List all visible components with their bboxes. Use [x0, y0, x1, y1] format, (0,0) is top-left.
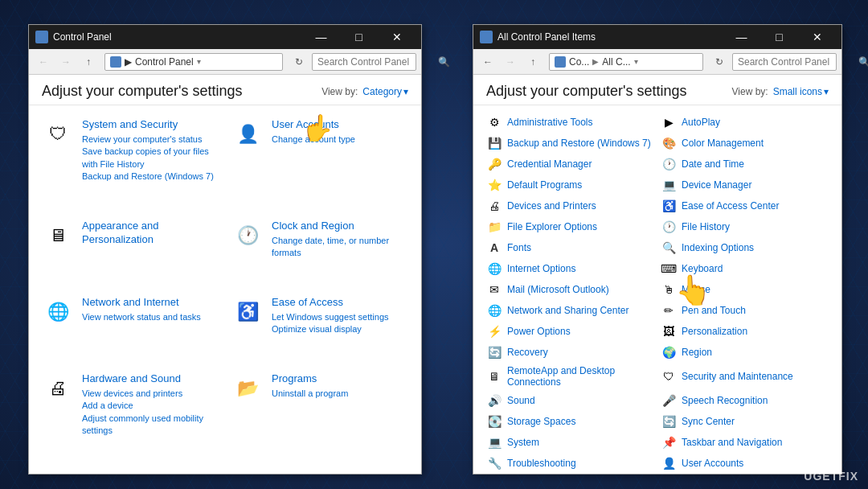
- small-item-ease[interactable]: ♿ Ease of Access Center: [657, 195, 832, 216]
- small-item-credential[interactable]: 🔑 Credential Manager: [483, 154, 657, 175]
- small-icon-power: ⚡: [486, 323, 502, 339]
- cat-item-appearance[interactable]: 🖥 Appearance and Personalization: [42, 215, 219, 288]
- small-item-recovery[interactable]: 🔄 Recovery: [483, 342, 657, 363]
- search-bar-1[interactable]: 🔍: [312, 53, 416, 71]
- up-btn-1[interactable]: ↑: [79, 52, 98, 72]
- cat-link-mobility[interactable]: Adjust commonly used mobility settings: [82, 413, 219, 438]
- cat-title-clock[interactable]: Clock and Region: [272, 220, 408, 233]
- cat-item-hardware[interactable]: 🖨 Hardware and Sound View devices and pr…: [42, 368, 219, 466]
- close-btn-2[interactable]: ✕: [799, 25, 835, 49]
- small-icon-netsharing: 🌐: [486, 302, 502, 318]
- cat-link-backup[interactable]: Save backup copies of your files with Fi…: [82, 146, 219, 171]
- cat-links-hardware: View devices and printers Add a device A…: [82, 388, 219, 438]
- small-item-sync[interactable]: 🔄 Sync Center: [657, 411, 832, 432]
- back-btn-1[interactable]: ←: [34, 52, 53, 72]
- search-input-2[interactable]: [738, 56, 858, 68]
- small-item-defaultprog[interactable]: ⭐ Default Programs: [483, 175, 657, 195]
- cat-item-system[interactable]: 🛡 System and Security Review your comput…: [42, 113, 219, 212]
- small-item-filehist[interactable]: 🕐 File History: [657, 216, 832, 237]
- small-item-region[interactable]: 🌍 Region: [657, 342, 832, 363]
- cat-title-programs[interactable]: Programs: [272, 372, 408, 386]
- small-item-color[interactable]: 🎨 Color Management: [657, 133, 832, 154]
- up-btn-2[interactable]: ↑: [523, 52, 542, 72]
- small-icon-speech: 🎤: [661, 392, 677, 409]
- view-by-category: Category: [362, 86, 402, 97]
- refresh-btn-2[interactable]: ↻: [710, 52, 729, 72]
- cat-title-system[interactable]: System and Security: [82, 118, 219, 132]
- cat-link-datetime[interactable]: Change date, time, or number formats: [272, 235, 408, 260]
- cat-title-appearance[interactable]: Appearance and Personalization: [82, 220, 219, 247]
- back-btn-2[interactable]: ←: [478, 52, 497, 72]
- address-bar-2[interactable]: Co... ▶ All C... ▾: [549, 53, 703, 71]
- small-item-storage[interactable]: 💽 Storage Spaces: [483, 411, 657, 432]
- cat-links-network: View network status and tasks: [82, 311, 219, 323]
- cat-title-user[interactable]: User Accounts: [272, 118, 408, 132]
- small-item-sound[interactable]: 🔊 Sound: [483, 390, 657, 411]
- refresh-btn-1[interactable]: ↻: [289, 52, 309, 72]
- small-item-devprinters[interactable]: 🖨 Devices and Printers: [483, 195, 657, 216]
- small-item-taskbar[interactable]: 📌 Taskbar and Navigation: [657, 432, 832, 453]
- small-label-pen: Pen and Touch: [682, 305, 746, 316]
- window-controls-1: — □ ✕: [303, 25, 415, 49]
- cat-item-network[interactable]: 🌐 Network and Internet View network stat…: [42, 291, 219, 364]
- small-item-autoplay[interactable]: ▶ AutoPlay: [657, 112, 832, 133]
- cat-link-uninstall[interactable]: Uninstall a program: [272, 388, 408, 400]
- cat-link-adddev[interactable]: Add a device: [82, 400, 219, 412]
- small-item-devmgr[interactable]: 💻 Device Manager: [657, 175, 832, 195]
- maximize-btn-2[interactable]: □: [761, 25, 797, 49]
- close-btn-1[interactable]: ✕: [379, 25, 415, 49]
- small-item-secmaint[interactable]: 🛡 Security and Maintenance: [657, 363, 832, 390]
- small-icon-backup: 💾: [486, 135, 502, 151]
- small-item-power[interactable]: ⚡ Power Options: [483, 321, 657, 342]
- cat-link-suggest[interactable]: Let Windows suggest settings: [272, 311, 408, 323]
- small-item-internet[interactable]: 🌐 Internet Options: [483, 258, 657, 279]
- small-label-sync: Sync Center: [682, 416, 735, 427]
- cat-title-network[interactable]: Network and Internet: [82, 296, 219, 310]
- cat-title-hardware[interactable]: Hardware and Sound: [82, 372, 219, 386]
- cat-link-review[interactable]: Review your computer's status: [82, 134, 219, 146]
- small-item-pen[interactable]: ✏ Pen and Touch: [657, 300, 832, 321]
- small-item-fonts[interactable]: A Fonts: [483, 237, 657, 258]
- small-item-personalize[interactable]: 🖼 Personalization: [657, 321, 832, 342]
- cat-link-visual[interactable]: Optimize visual display: [272, 323, 408, 335]
- small-item-mail[interactable]: ✉ Mail (Microsoft Outlook): [483, 279, 657, 300]
- address-bar-1[interactable]: ▶ Control Panel ▾: [104, 53, 283, 71]
- small-item-netsharing[interactable]: 🌐 Network and Sharing Center: [483, 300, 657, 321]
- search-bar-2[interactable]: 🔍: [732, 53, 837, 71]
- address-chevron-1: ▾: [197, 57, 201, 66]
- forward-btn-2[interactable]: →: [501, 52, 520, 72]
- cat-link-changetype[interactable]: Change account type: [272, 134, 408, 146]
- small-item-speech[interactable]: 🎤 Speech Recognition: [657, 390, 832, 411]
- view-by-value-1[interactable]: Category ▾: [362, 86, 408, 97]
- small-item-system[interactable]: 💻 System: [483, 432, 657, 453]
- small-item-fileexp[interactable]: 📁 File Explorer Options: [483, 216, 657, 237]
- small-item-indexing[interactable]: 🔍 Indexing Options: [657, 237, 832, 258]
- minimize-btn-1[interactable]: —: [303, 25, 339, 49]
- cat-item-clock[interactable]: 🕐 Clock and Region Change date, time, or…: [231, 215, 408, 288]
- cat-title-ease[interactable]: Ease of Access: [272, 296, 408, 310]
- small-item-remoteapp[interactable]: 🖥 RemoteApp and Desktop Connections: [483, 363, 657, 390]
- small-item-trouble[interactable]: 🔧 Troubleshooting: [483, 453, 657, 474]
- forward-btn-1[interactable]: →: [56, 52, 76, 72]
- cat-link-netstatus[interactable]: View network status and tasks: [82, 311, 219, 323]
- content-2: Adjust your computer's settings View by:…: [473, 75, 841, 474]
- small-item-backup[interactable]: 💾 Backup and Restore (Windows 7): [483, 133, 657, 154]
- view-by-value-2[interactable]: Small icons ▾: [773, 86, 829, 97]
- small-item-admintools[interactable]: ⚙ Administrative Tools: [483, 112, 657, 133]
- cat-item-ease[interactable]: ♿ Ease of Access Let Windows suggest set…: [231, 291, 408, 364]
- address-icon-1: [110, 56, 121, 68]
- view-by-1: View by: Category ▾: [321, 86, 408, 97]
- cat-link-restore[interactable]: Backup and Restore (Windows 7): [82, 171, 219, 183]
- small-icon-fileexp: 📁: [486, 219, 502, 235]
- cat-link-devices[interactable]: View devices and printers: [82, 388, 219, 400]
- minimize-btn-2[interactable]: —: [723, 25, 760, 49]
- search-input-1[interactable]: [317, 56, 438, 68]
- cat-icon-programs: 📂: [231, 372, 264, 405]
- small-item-keyboard[interactable]: ⌨ Keyboard: [657, 258, 832, 279]
- content-header-2: Adjust your computer's settings View by:…: [473, 75, 841, 105]
- cat-item-programs[interactable]: 📂 Programs Uninstall a program: [231, 368, 408, 466]
- maximize-btn-1[interactable]: □: [341, 25, 377, 49]
- cat-item-user[interactable]: 👤 User Accounts Change account type: [231, 113, 408, 212]
- small-item-mouse[interactable]: 🖱 Mouse: [657, 279, 832, 300]
- small-item-datetime[interactable]: 🕐 Date and Time: [657, 154, 832, 175]
